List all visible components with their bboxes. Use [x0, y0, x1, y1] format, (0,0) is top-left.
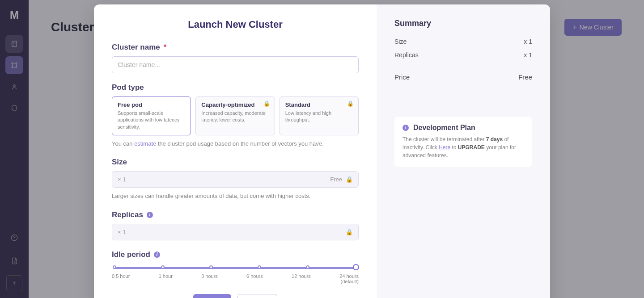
summary-replicas-row: Replicasx 1 [394, 51, 532, 59]
replicas-section: Replicas i × 1 🔒 [112, 210, 359, 240]
size-helper: Larger sizes can handle greater amounts … [112, 192, 359, 200]
cluster-name-section: Cluster name * [112, 43, 359, 73]
replicas-field: × 1 🔒 [112, 224, 359, 240]
pod-type-section: Pod type Free pod Supports small-scale a… [112, 83, 359, 148]
size-value: × 1 [118, 176, 126, 183]
info-icon: i [402, 125, 409, 131]
lock-icon: 🔒 [263, 101, 270, 107]
replicas-label: Replicas [112, 210, 143, 219]
pod-standard-desc: Low latency and high throughput. [285, 110, 353, 124]
pod-capacity-desc: Increased capacity, moderate latency, lo… [201, 110, 269, 124]
size-badge: Free [330, 176, 342, 183]
slider-stop-2: 3 hours [201, 273, 218, 284]
plan-title: Development Plan [413, 124, 475, 132]
size-field: × 1 Free 🔒 [112, 171, 359, 188]
pod-helper: You can estimate the cluster pod usage b… [112, 140, 359, 148]
estimate-link[interactable]: estimate [134, 140, 156, 147]
pod-option-capacity[interactable]: 🔒 Capacity-optimized Increased capacity,… [195, 97, 275, 135]
pod-type-label: Pod type [112, 83, 144, 92]
info-icon[interactable]: i [154, 252, 160, 258]
slider-stop-4: 12 hours [292, 273, 311, 284]
idle-section: Idle period i 0.5 hour 1 hour 3 hours 6 … [112, 250, 359, 284]
idle-label: Idle period [112, 250, 150, 259]
lock-icon: 🔒 [346, 229, 353, 235]
modal-buttons: Next Cancel [112, 294, 359, 298]
info-icon[interactable]: i [147, 212, 153, 218]
slider-handle[interactable] [353, 264, 359, 270]
required-asterisk: * [164, 43, 167, 52]
lock-icon: 🔒 [347, 101, 354, 107]
launch-cluster-modal: Launch New Cluster Cluster name * Pod ty… [94, 4, 550, 298]
slider-stop-1: 1 hour [159, 273, 173, 284]
slider-stop-5: 24 hours (default) [339, 273, 359, 284]
summary-panel: Summary Sizex 1 Replicasx 1 PriceFree i … [377, 4, 550, 298]
slider-stop-3: 6 hours [246, 273, 263, 284]
pod-capacity-title: Capacity-optimized [201, 101, 269, 108]
next-button[interactable]: Next [193, 294, 231, 298]
pod-option-standard[interactable]: 🔒 Standard Low latency and high throughp… [280, 97, 359, 135]
summary-size-row: Sizex 1 [394, 38, 532, 45]
pod-free-desc: Supports small-scale applications with l… [118, 110, 185, 130]
plan-card: i Development Plan The cluster will be t… [394, 117, 532, 167]
modal-title: Launch New Cluster [112, 19, 359, 30]
modal-form: Launch New Cluster Cluster name * Pod ty… [94, 4, 377, 298]
cluster-name-input[interactable] [112, 56, 359, 73]
plan-body: The cluster will be terminated after 7 d… [402, 135, 524, 159]
replicas-value: × 1 [118, 229, 126, 235]
size-label: Size [112, 158, 127, 167]
idle-slider[interactable]: 0.5 hour 1 hour 3 hours 6 hours 12 hours… [112, 264, 359, 284]
summary-title: Summary [394, 19, 532, 28]
pod-free-title: Free pod [118, 101, 185, 108]
pod-standard-title: Standard [285, 101, 353, 108]
cancel-button[interactable]: Cancel [237, 294, 278, 298]
size-section: Size × 1 Free 🔒 Larger sizes can handle … [112, 158, 359, 200]
pod-option-free[interactable]: Free pod Supports small-scale applicatio… [112, 97, 191, 135]
upgrade-link[interactable]: Here [439, 144, 450, 151]
summary-price-row: PriceFree [394, 73, 532, 81]
summary-divider [394, 65, 532, 65]
lock-icon: 🔒 [346, 176, 353, 183]
slider-stop-0: 0.5 hour [112, 273, 130, 284]
cluster-name-label: Cluster name [112, 43, 160, 52]
